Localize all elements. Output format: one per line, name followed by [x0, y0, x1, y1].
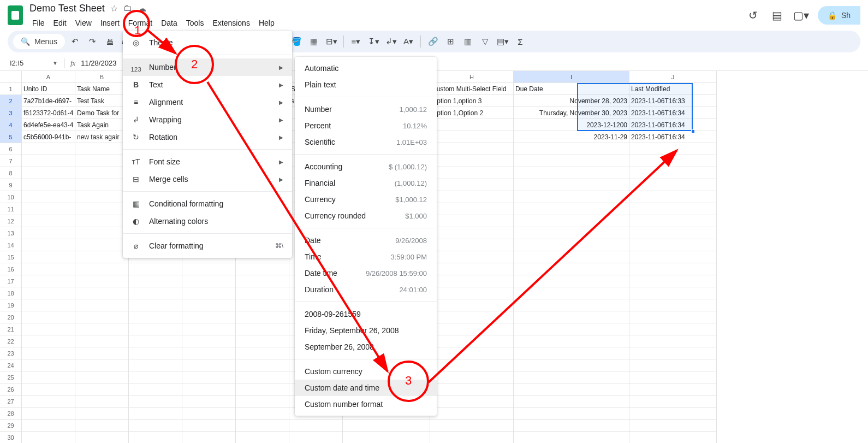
cell[interactable]: [514, 155, 629, 167]
row-header[interactable]: 17: [0, 275, 22, 287]
sm-scientific[interactable]: Scientific1.01E+03: [295, 134, 437, 150]
cell[interactable]: [236, 359, 289, 371]
cell[interactable]: [75, 311, 129, 323]
cell[interactable]: [22, 383, 75, 395]
cell[interactable]: [514, 395, 629, 407]
row-header[interactable]: 24: [0, 359, 22, 371]
cell[interactable]: Due Date: [514, 83, 629, 95]
cell[interactable]: [430, 371, 514, 383]
cell[interactable]: [129, 371, 182, 383]
functions-button[interactable]: Σ: [513, 34, 528, 49]
cell[interactable]: [430, 179, 514, 191]
cell[interactable]: f6123372-0d61-4: [22, 107, 75, 119]
cell[interactable]: [629, 383, 717, 395]
cell[interactable]: [629, 203, 717, 215]
cell[interactable]: 6d4efe5e-ea43-4: [22, 119, 75, 131]
h-align-button[interactable]: ≡▾: [348, 34, 364, 49]
cell[interactable]: [129, 275, 182, 287]
row-header[interactable]: 21: [0, 323, 22, 335]
redo-button[interactable]: ↷: [85, 34, 100, 49]
row-header[interactable]: 16: [0, 263, 22, 275]
cell[interactable]: [514, 239, 629, 251]
cell[interactable]: [430, 263, 514, 275]
cell[interactable]: [236, 311, 289, 323]
sm-date-ex3[interactable]: September 26, 2008: [295, 339, 437, 355]
menu-file[interactable]: File: [28, 16, 49, 29]
cell[interactable]: [514, 179, 629, 191]
cell[interactable]: [22, 227, 75, 239]
formula-input[interactable]: 11/28/2023: [81, 59, 116, 67]
cell[interactable]: [629, 347, 717, 359]
search-menus[interactable]: 🔍 Menus: [13, 34, 65, 49]
cell[interactable]: [629, 155, 717, 167]
col-header[interactable]: A: [22, 71, 75, 83]
row-header[interactable]: 10: [0, 191, 22, 203]
cell[interactable]: [22, 323, 75, 335]
menu-text[interactable]: BText▶: [123, 76, 292, 93]
selection-handle[interactable]: [691, 129, 695, 133]
menu-edit[interactable]: Edit: [50, 16, 70, 29]
cell[interactable]: Last Modified: [629, 83, 717, 95]
cell[interactable]: [629, 167, 717, 179]
row-header[interactable]: 9: [0, 179, 22, 191]
cell[interactable]: [629, 299, 717, 311]
cell[interactable]: [22, 155, 75, 167]
cell[interactable]: [430, 335, 514, 347]
cell[interactable]: [182, 395, 236, 407]
cell[interactable]: [236, 371, 289, 383]
cell[interactable]: [75, 239, 129, 251]
row-header[interactable]: 27: [0, 395, 22, 407]
cell[interactable]: [236, 383, 289, 395]
cell[interactable]: [430, 383, 514, 395]
cloud-status-icon[interactable]: ☁: [138, 3, 146, 14]
cell[interactable]: [430, 191, 514, 203]
cell[interactable]: [430, 131, 514, 143]
menu-conditional-formatting[interactable]: ▦Conditional formatting: [123, 195, 292, 212]
sm-datetime[interactable]: Date time9/26/2008 15:59:00: [295, 265, 437, 281]
cell[interactable]: [430, 395, 514, 407]
cell[interactable]: Task Name: [75, 83, 129, 95]
row-header[interactable]: 11: [0, 203, 22, 215]
cell[interactable]: [129, 347, 182, 359]
cell[interactable]: [514, 167, 629, 179]
cell[interactable]: [75, 383, 129, 395]
sm-accounting[interactable]: Accounting$ (1,000.12): [295, 158, 437, 175]
cell[interactable]: [236, 347, 289, 359]
cell[interactable]: [629, 420, 717, 432]
cell[interactable]: [129, 383, 182, 395]
cell[interactable]: [514, 420, 629, 432]
cell[interactable]: Option 1,option 3: [430, 95, 514, 107]
cell[interactable]: [22, 275, 75, 287]
cell[interactable]: [182, 275, 236, 287]
cell[interactable]: 2023-11-06T16:34: [629, 119, 717, 131]
cell[interactable]: [75, 203, 129, 215]
cell[interactable]: [514, 335, 629, 347]
cell[interactable]: [236, 263, 289, 275]
cell[interactable]: [182, 299, 236, 311]
cell[interactable]: [629, 263, 717, 275]
cell[interactable]: [430, 323, 514, 335]
cell[interactable]: [629, 432, 717, 443]
cell[interactable]: [514, 191, 629, 203]
insert-link-button[interactable]: 🔗: [425, 34, 441, 49]
row-header[interactable]: 29: [0, 420, 22, 432]
cell[interactable]: [129, 287, 182, 299]
cell[interactable]: [182, 383, 236, 395]
cell[interactable]: [182, 371, 236, 383]
cell[interactable]: [129, 323, 182, 335]
cell[interactable]: [430, 251, 514, 263]
menu-rotation[interactable]: ↻Rotation▶: [123, 128, 292, 146]
sm-number[interactable]: Number1,000.12: [295, 101, 437, 117]
cell[interactable]: [430, 119, 514, 131]
row-header[interactable]: 23: [0, 347, 22, 359]
row-header[interactable]: 18: [0, 287, 22, 299]
text-rotation-button[interactable]: A▾: [401, 34, 416, 49]
cell[interactable]: [22, 432, 75, 443]
cell[interactable]: [629, 395, 717, 407]
print-button[interactable]: 🖶: [102, 34, 117, 49]
cell[interactable]: [629, 275, 717, 287]
cell[interactable]: [430, 347, 514, 359]
cell[interactable]: [514, 287, 629, 299]
sm-custom-date-time[interactable]: Custom date and time: [295, 380, 437, 396]
row-header[interactable]: 4: [0, 119, 22, 131]
